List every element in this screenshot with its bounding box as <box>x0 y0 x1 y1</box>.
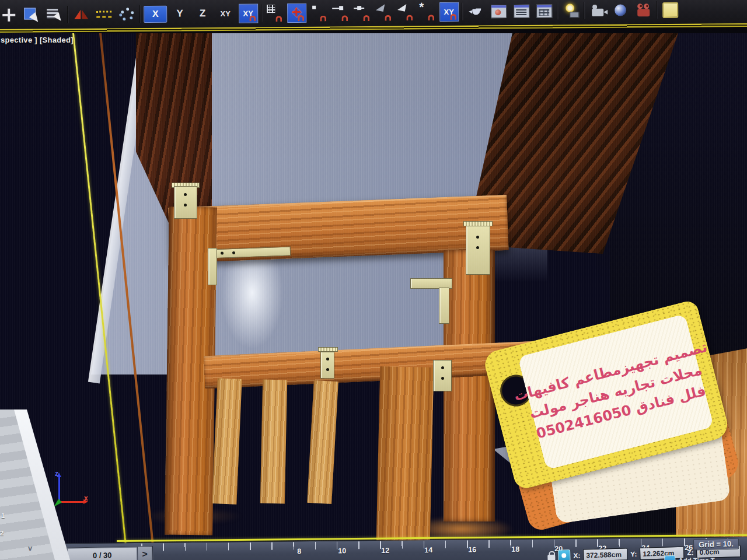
main-toolbar: X Y Z XY XY * XY <box>0 0 747 33</box>
red-camera-icon <box>637 9 650 16</box>
metal-bracket <box>433 360 452 391</box>
spacing-tool-icon[interactable] <box>94 4 114 24</box>
x-coordinate-field[interactable]: 372.588cm <box>583 548 628 560</box>
xy-plane-snap-button[interactable]: XY <box>238 3 258 23</box>
cursor-icon <box>23 6 40 23</box>
time-tag-icon[interactable] <box>664 555 675 560</box>
xy-snap-face: XY <box>439 2 459 21</box>
toolbar-separator <box>261 4 262 22</box>
toolbar-bottom-line <box>0 23 747 33</box>
frame-label: 12 <box>381 547 389 555</box>
asterisk-icon: * <box>419 0 424 14</box>
edge-mark: 1 <box>1 512 5 519</box>
toolbar-separator <box>67 6 68 23</box>
axis-y-button[interactable]: Y <box>170 4 190 23</box>
render-teapot-icon[interactable] <box>466 1 486 21</box>
cone-outline-icon <box>376 3 385 12</box>
xy-plane-snap-face: XY <box>239 4 258 23</box>
render-preview-icon[interactable] <box>610 0 630 20</box>
select-by-layer-icon[interactable] <box>44 5 64 24</box>
y-coordinate-label: Y: <box>630 550 637 558</box>
snap-active-face <box>287 3 306 22</box>
wood-slat <box>212 378 242 505</box>
frame-label: 18 <box>511 545 519 554</box>
magnet-icon <box>320 16 326 22</box>
axis-z-label: z <box>55 470 58 478</box>
axis-x-button[interactable]: X <box>144 5 167 22</box>
render-production-icon[interactable] <box>633 0 653 20</box>
sphere-icon <box>615 5 626 16</box>
dialog-sliders-icon <box>536 4 552 18</box>
axis-x-label: x <box>84 494 88 502</box>
render-settings-icon[interactable] <box>534 1 554 20</box>
midpoint-snap-icon[interactable] <box>352 2 371 22</box>
move-cross-icon <box>2 9 15 22</box>
dot-ring-icon <box>121 10 124 13</box>
metal-bracket-leg <box>208 248 217 285</box>
metal-bracket-leg <box>439 288 449 324</box>
rendered-frame-icon[interactable] <box>660 0 680 20</box>
prompt-text: Add Time T <box>678 556 715 560</box>
vertex-glyph-icon <box>312 6 316 9</box>
magnet-icon <box>385 15 391 21</box>
next-frame-button[interactable]: > <box>137 547 152 560</box>
layer-stack-icon <box>47 8 62 22</box>
midpoint-glyph-icon <box>354 8 364 9</box>
spinner-snap-icon[interactable]: * <box>417 2 436 22</box>
snap-toggle-active-icon[interactable] <box>287 3 306 23</box>
material-window-icon <box>491 5 507 18</box>
vertex-snap-icon[interactable] <box>309 3 328 23</box>
render-setup-icon[interactable] <box>511 1 531 21</box>
toolbar-separator <box>462 3 463 20</box>
mirror-icon[interactable] <box>71 5 91 24</box>
material-editor-icon[interactable] <box>488 1 508 21</box>
film-camera-icon <box>592 8 603 16</box>
move-tool-icon[interactable] <box>0 5 19 25</box>
toolbar-separator <box>139 5 141 23</box>
wood-slat <box>260 380 287 504</box>
percent-snap-icon[interactable] <box>396 2 414 22</box>
xy-snap-button[interactable]: XY <box>439 2 459 22</box>
magnet-icon <box>450 13 456 19</box>
screen-photo: X Y Z XY XY * XY <box>0 0 747 560</box>
magnet-icon <box>428 15 434 20</box>
select-object-icon[interactable] <box>22 5 41 24</box>
magnet-icon <box>298 15 304 20</box>
selection-lock-icon[interactable] <box>547 555 555 560</box>
light-lister-icon[interactable] <box>561 1 581 20</box>
axis-xy-button[interactable]: XY <box>215 4 235 23</box>
frame-label: 16 <box>468 545 476 554</box>
axis-x-arrow <box>60 501 84 503</box>
axis-y-arrow <box>54 499 62 507</box>
grid-snap-icon[interactable] <box>265 3 284 23</box>
metal-bracket <box>320 352 334 379</box>
metal-bracket <box>174 186 197 219</box>
camera-icon[interactable] <box>588 1 608 20</box>
cone-filled-icon <box>397 2 406 11</box>
angle-snap-icon[interactable] <box>374 2 393 22</box>
chevron-down-icon: v <box>28 544 32 552</box>
endpoint-snap-icon[interactable] <box>331 2 350 22</box>
bulb-icon <box>564 4 578 18</box>
axis-z-arrow <box>58 477 60 502</box>
magnet-icon <box>341 15 348 21</box>
absolute-mode-icon[interactable] <box>558 550 571 560</box>
prompt-line: Add Time T <box>664 555 715 560</box>
viewport-label[interactable]: spective ] [Shaded] <box>1 36 74 44</box>
wood-wide-board <box>376 366 434 544</box>
yellow-square-icon <box>662 2 678 18</box>
wood-slat <box>307 380 338 504</box>
toolbar-separator <box>656 1 657 19</box>
frame-label: 8 <box>297 547 301 555</box>
grid-glyph-icon <box>267 5 275 13</box>
axis-z-button[interactable]: Z <box>193 4 212 23</box>
magnet-icon <box>275 16 282 22</box>
toolbar-separator <box>557 2 558 19</box>
time-slider-handle[interactable]: 0 / 30 <box>67 547 137 560</box>
grid-size-display: Grid = 10. <box>693 538 739 550</box>
watermark-tag: تصميم تجهيزمطاعم كافيهات محلات تجاريه هن… <box>489 316 740 520</box>
frame-label: 14 <box>424 546 432 554</box>
toolbar-separator <box>584 2 585 19</box>
array-icon[interactable] <box>117 4 137 24</box>
magnet-icon <box>406 15 413 20</box>
